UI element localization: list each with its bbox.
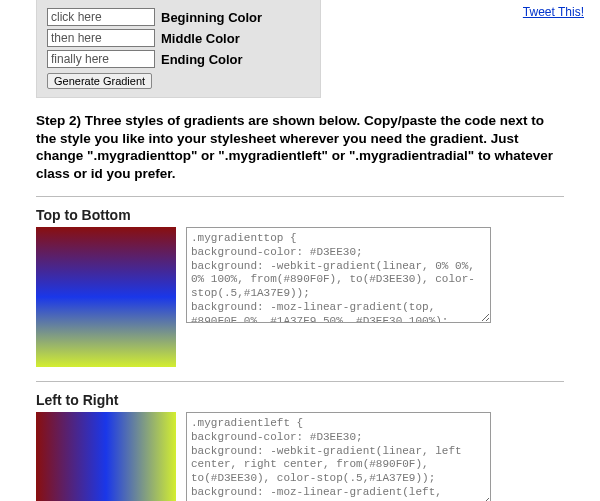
ending-color-input[interactable]	[47, 50, 155, 68]
beginning-color-label: Beginning Color	[161, 10, 262, 25]
generate-gradient-button[interactable]: Generate Gradient	[47, 73, 152, 89]
ending-color-label: Ending Color	[161, 52, 243, 67]
middle-color-label: Middle Color	[161, 31, 240, 46]
tweet-this-link[interactable]: Tweet This!	[523, 5, 584, 19]
left-to-right-title: Left to Right	[36, 392, 592, 408]
step2-instructions: Step 2) Three styles of gradients are sh…	[36, 112, 564, 182]
divider	[36, 381, 564, 382]
beginning-color-input[interactable]	[47, 8, 155, 26]
middle-color-input[interactable]	[47, 29, 155, 47]
gradient-swatch-left	[36, 412, 176, 501]
top-to-bottom-title: Top to Bottom	[36, 207, 592, 223]
divider	[36, 196, 564, 197]
left-to-right-code[interactable]	[186, 412, 491, 501]
top-to-bottom-code[interactable]	[186, 227, 491, 323]
gradient-swatch-top	[36, 227, 176, 367]
color-input-panel: Beginning Color Middle Color Ending Colo…	[36, 0, 321, 98]
